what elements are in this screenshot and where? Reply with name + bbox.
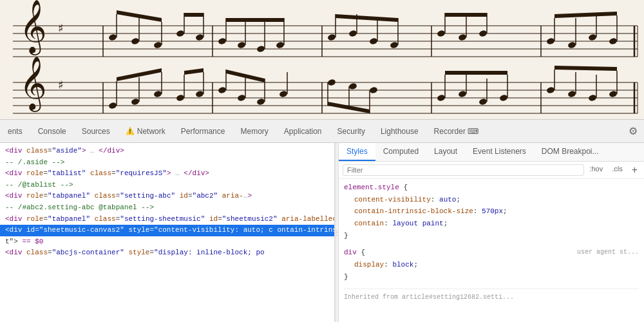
devtools-body: <div class="aside"> … </div> -- /.aside … xyxy=(0,143,644,322)
tab-styles[interactable]: Styles xyxy=(339,143,375,161)
tab-console[interactable]: Console xyxy=(30,120,74,142)
svg-point-74 xyxy=(108,102,117,109)
svg-point-16 xyxy=(131,37,140,45)
styles-filter-input[interactable] xyxy=(343,164,584,176)
styles-panel: Styles Computed Layout Event Listeners D… xyxy=(339,143,644,322)
tab-event-listeners[interactable]: Event Listeners xyxy=(465,143,534,161)
svg-marker-110 xyxy=(445,71,507,75)
svg-marker-85 xyxy=(184,68,204,75)
tab-security[interactable]: Security xyxy=(330,120,373,142)
svg-text:♯: ♯ xyxy=(58,79,64,91)
tab-lighthouse[interactable]: Lighthouse xyxy=(373,120,426,142)
tab-performance[interactable]: Performance xyxy=(173,120,233,142)
inherited-label: Inherited from article#setting12682.sett… xyxy=(344,289,639,303)
svg-text:♯: ♯ xyxy=(58,22,64,35)
html-line-4: -- /@tablist --> xyxy=(0,180,334,191)
html-line-7: <div role="tabpanel" class="setting-shee… xyxy=(0,214,334,225)
svg-point-108 xyxy=(499,94,508,102)
filter-add-button[interactable]: + xyxy=(629,164,640,176)
svg-text:𝄞: 𝄞 xyxy=(19,0,47,55)
css-selector-element-style: element.style { xyxy=(344,182,639,194)
tab-lighthouse-label: Lighthouse xyxy=(381,127,419,136)
svg-point-41 xyxy=(390,41,399,49)
svg-point-88 xyxy=(237,94,246,102)
tab-dom-breakpoints[interactable]: DOM Breakpoi... xyxy=(534,143,607,161)
tab-layout-label: Layout xyxy=(434,147,457,156)
tab-memory[interactable]: Memory xyxy=(232,120,276,142)
tab-performance-label: Performance xyxy=(181,127,225,136)
tab-application-label: Application xyxy=(284,127,322,136)
svg-point-106 xyxy=(478,98,488,106)
svg-point-23 xyxy=(195,33,204,41)
html-line-1: <div class="aside"> … </div> xyxy=(0,146,334,157)
tab-computed-label: Computed xyxy=(383,147,419,156)
filter-buttons: :hov .cls + xyxy=(587,164,640,176)
tab-sources[interactable]: Sources xyxy=(74,120,118,142)
html-line-8[interactable]: <div id="sheetmusic-canvas2" style="cont… xyxy=(0,225,334,236)
svg-marker-43 xyxy=(336,14,398,22)
svg-text:𝄞: 𝄞 xyxy=(19,57,47,112)
styles-content: element.style { content-visibility: auto… xyxy=(339,179,644,322)
svg-point-97 xyxy=(348,82,357,90)
svg-point-99 xyxy=(369,86,378,94)
tab-security-label: Security xyxy=(337,127,365,136)
svg-point-44 xyxy=(437,30,446,37)
css-selector-div: div { user agent st... xyxy=(344,247,639,259)
html-line-6: -- /#abc2.setting-abc @tabpanel --> xyxy=(0,202,334,214)
svg-point-95 xyxy=(327,79,336,86)
tab-elements[interactable]: ents xyxy=(0,120,30,142)
svg-point-18 xyxy=(153,41,162,49)
svg-point-35 xyxy=(327,33,336,41)
svg-point-102 xyxy=(437,94,446,102)
svg-point-21 xyxy=(176,30,185,37)
svg-point-30 xyxy=(256,45,265,53)
css-prop-contain-intrinsic: contain-intrinsic-block-size: 570px; xyxy=(344,205,639,218)
svg-point-57 xyxy=(609,37,618,45)
warning-icon: ⚠️ xyxy=(126,127,135,135)
html-panel: <div class="aside"> … </div> -- /.aside … xyxy=(0,143,335,322)
tab-sources-label: Sources xyxy=(82,127,110,136)
tab-recorder[interactable]: Recorder ⌨ xyxy=(426,120,487,142)
svg-point-81 xyxy=(176,94,185,102)
tab-event-listeners-label: Event Listeners xyxy=(473,147,526,156)
css-close-brace-1: } xyxy=(344,230,639,242)
svg-point-26 xyxy=(218,37,227,45)
tab-elements-label: ents xyxy=(8,127,23,136)
html-line-10: <div class="abcjs-container" style="disp… xyxy=(0,247,334,259)
css-block-div: div { user agent st... display: block; } xyxy=(344,247,639,283)
svg-point-90 xyxy=(256,98,265,106)
svg-point-86 xyxy=(218,86,227,94)
svg-point-51 xyxy=(546,37,555,45)
svg-point-93 xyxy=(279,90,288,98)
css-close-brace-2: } xyxy=(344,271,639,283)
svg-point-14 xyxy=(108,33,117,41)
css-prop-content-visibility: content-visibility: auto; xyxy=(344,194,639,206)
html-line-3: <div role="tablist" class="requiresJS"> … xyxy=(0,168,334,180)
tab-computed[interactable]: Computed xyxy=(375,143,426,161)
sheet-music-area: 𝄞 ♯ xyxy=(0,0,644,119)
tab-recorder-label: Recorder ⌨ xyxy=(434,127,479,136)
svg-point-53 xyxy=(567,41,576,49)
tab-layout[interactable]: Layout xyxy=(426,143,465,161)
tab-network-label: Network xyxy=(137,127,166,136)
html-line-9: t"> == $0 xyxy=(0,236,334,248)
html-line-2: -- /.aside --> xyxy=(0,157,334,169)
svg-point-39 xyxy=(369,37,378,45)
styles-filter-bar: :hov .cls + xyxy=(339,162,644,179)
tab-application[interactable]: Application xyxy=(276,120,330,142)
html-line-5: <div role="tabpanel" class="setting-abc"… xyxy=(0,191,334,202)
svg-point-78 xyxy=(153,90,162,98)
filter-cls-button[interactable]: .cls xyxy=(609,164,625,176)
svg-marker-50 xyxy=(445,13,487,17)
tab-console-label: Console xyxy=(38,127,66,136)
svg-point-76 xyxy=(131,98,140,106)
svg-point-83 xyxy=(195,90,204,98)
tab-network[interactable]: ⚠️ Network xyxy=(118,120,173,142)
devtools-panel: ents Console Sources ⚠️ Network Performa… xyxy=(0,119,644,322)
svg-point-28 xyxy=(237,41,246,49)
filter-hov-button[interactable]: :hov xyxy=(587,164,605,176)
svg-point-32 xyxy=(276,41,285,49)
svg-point-115 xyxy=(588,94,597,102)
svg-point-104 xyxy=(458,90,467,98)
settings-button[interactable]: ⚙ xyxy=(622,120,644,142)
